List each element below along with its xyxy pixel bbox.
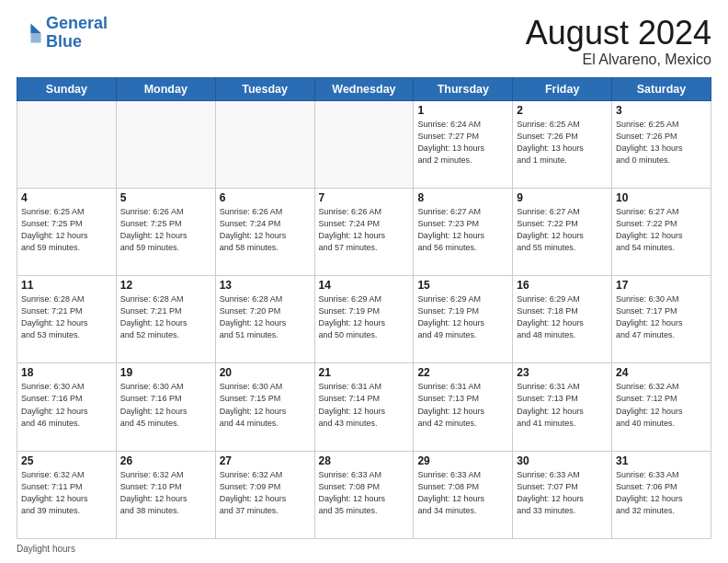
calendar-cell: 29Sunrise: 6:33 AM Sunset: 7:08 PM Dayli… bbox=[414, 451, 513, 538]
day-info: Sunrise: 6:26 AM Sunset: 7:25 PM Dayligh… bbox=[120, 206, 211, 254]
day-number: 11 bbox=[21, 279, 112, 292]
day-number: 10 bbox=[616, 191, 707, 204]
calendar-cell: 2Sunrise: 6:25 AM Sunset: 7:26 PM Daylig… bbox=[513, 100, 612, 188]
calendar-week-row: 11Sunrise: 6:28 AM Sunset: 7:21 PM Dayli… bbox=[17, 276, 711, 363]
day-info: Sunrise: 6:28 AM Sunset: 7:21 PM Dayligh… bbox=[120, 293, 211, 341]
logo: General Blue bbox=[17, 15, 108, 52]
day-info: Sunrise: 6:33 AM Sunset: 7:06 PM Dayligh… bbox=[616, 469, 707, 517]
day-info: Sunrise: 6:24 AM Sunset: 7:27 PM Dayligh… bbox=[417, 119, 508, 167]
day-info: Sunrise: 6:25 AM Sunset: 7:26 PM Dayligh… bbox=[517, 119, 608, 167]
calendar-weekday-sunday: Sunday bbox=[17, 77, 117, 100]
day-number: 2 bbox=[517, 104, 608, 117]
day-info: Sunrise: 6:26 AM Sunset: 7:24 PM Dayligh… bbox=[220, 206, 311, 254]
calendar-cell bbox=[17, 100, 117, 188]
day-number: 6 bbox=[220, 191, 311, 204]
calendar-table: SundayMondayTuesdayWednesdayThursdayFrid… bbox=[17, 77, 711, 539]
day-number: 16 bbox=[517, 279, 608, 292]
svg-marker-1 bbox=[30, 33, 40, 43]
day-info: Sunrise: 6:29 AM Sunset: 7:18 PM Dayligh… bbox=[517, 293, 608, 341]
day-info: Sunrise: 6:33 AM Sunset: 7:08 PM Dayligh… bbox=[319, 469, 410, 517]
calendar-cell: 3Sunrise: 6:25 AM Sunset: 7:26 PM Daylig… bbox=[612, 100, 711, 188]
day-info: Sunrise: 6:33 AM Sunset: 7:08 PM Dayligh… bbox=[417, 469, 508, 517]
calendar-cell: 14Sunrise: 6:29 AM Sunset: 7:19 PM Dayli… bbox=[314, 276, 414, 363]
day-info: Sunrise: 6:31 AM Sunset: 7:13 PM Dayligh… bbox=[517, 381, 608, 429]
calendar-cell: 18Sunrise: 6:30 AM Sunset: 7:16 PM Dayli… bbox=[17, 363, 117, 451]
calendar-cell bbox=[314, 100, 414, 188]
calendar-weekday-monday: Monday bbox=[116, 77, 215, 100]
daylight-hours-label: Daylight hours bbox=[17, 544, 75, 554]
calendar-cell: 26Sunrise: 6:32 AM Sunset: 7:10 PM Dayli… bbox=[116, 451, 215, 538]
day-number: 23 bbox=[517, 366, 608, 379]
calendar-cell: 6Sunrise: 6:26 AM Sunset: 7:24 PM Daylig… bbox=[215, 188, 314, 275]
calendar-cell: 12Sunrise: 6:28 AM Sunset: 7:21 PM Dayli… bbox=[116, 276, 215, 363]
day-info: Sunrise: 6:30 AM Sunset: 7:16 PM Dayligh… bbox=[120, 381, 211, 429]
day-number: 31 bbox=[616, 454, 707, 467]
calendar-cell: 24Sunrise: 6:32 AM Sunset: 7:12 PM Dayli… bbox=[612, 363, 711, 451]
calendar-cell: 4Sunrise: 6:25 AM Sunset: 7:25 PM Daylig… bbox=[17, 188, 117, 275]
day-info: Sunrise: 6:31 AM Sunset: 7:14 PM Dayligh… bbox=[319, 381, 410, 429]
day-info: Sunrise: 6:29 AM Sunset: 7:19 PM Dayligh… bbox=[319, 293, 410, 341]
day-info: Sunrise: 6:25 AM Sunset: 7:25 PM Dayligh… bbox=[21, 206, 112, 254]
calendar-week-row: 4Sunrise: 6:25 AM Sunset: 7:25 PM Daylig… bbox=[17, 188, 711, 275]
calendar-cell: 7Sunrise: 6:26 AM Sunset: 7:24 PM Daylig… bbox=[314, 188, 414, 275]
calendar-cell: 16Sunrise: 6:29 AM Sunset: 7:18 PM Dayli… bbox=[513, 276, 612, 363]
day-number: 24 bbox=[616, 366, 707, 379]
calendar-cell: 15Sunrise: 6:29 AM Sunset: 7:19 PM Dayli… bbox=[414, 276, 513, 363]
calendar-cell: 9Sunrise: 6:27 AM Sunset: 7:22 PM Daylig… bbox=[513, 188, 612, 275]
day-info: Sunrise: 6:32 AM Sunset: 7:10 PM Dayligh… bbox=[120, 469, 211, 517]
day-number: 3 bbox=[616, 104, 707, 117]
day-number: 15 bbox=[417, 279, 508, 292]
day-number: 1 bbox=[417, 104, 508, 117]
day-info: Sunrise: 6:31 AM Sunset: 7:13 PM Dayligh… bbox=[417, 381, 508, 429]
calendar-cell: 8Sunrise: 6:27 AM Sunset: 7:23 PM Daylig… bbox=[414, 188, 513, 275]
day-number: 22 bbox=[417, 366, 508, 379]
day-info: Sunrise: 6:33 AM Sunset: 7:07 PM Dayligh… bbox=[517, 469, 608, 517]
calendar-weekday-tuesday: Tuesday bbox=[215, 77, 314, 100]
day-info: Sunrise: 6:28 AM Sunset: 7:21 PM Dayligh… bbox=[21, 293, 112, 341]
day-number: 26 bbox=[120, 454, 211, 467]
calendar-cell: 25Sunrise: 6:32 AM Sunset: 7:11 PM Dayli… bbox=[17, 451, 117, 538]
calendar-cell: 31Sunrise: 6:33 AM Sunset: 7:06 PM Dayli… bbox=[612, 451, 711, 538]
day-info: Sunrise: 6:29 AM Sunset: 7:19 PM Dayligh… bbox=[417, 293, 508, 341]
day-info: Sunrise: 6:27 AM Sunset: 7:22 PM Dayligh… bbox=[517, 206, 608, 254]
calendar-cell: 1Sunrise: 6:24 AM Sunset: 7:27 PM Daylig… bbox=[414, 100, 513, 188]
day-number: 12 bbox=[120, 279, 211, 292]
day-number: 9 bbox=[517, 191, 608, 204]
logo-icon bbox=[17, 20, 42, 46]
calendar-cell: 30Sunrise: 6:33 AM Sunset: 7:07 PM Dayli… bbox=[513, 451, 612, 538]
day-number: 4 bbox=[21, 191, 112, 204]
day-number: 5 bbox=[120, 191, 211, 204]
calendar-cell: 22Sunrise: 6:31 AM Sunset: 7:13 PM Dayli… bbox=[414, 363, 513, 451]
calendar-cell bbox=[116, 100, 215, 188]
day-number: 30 bbox=[517, 454, 608, 467]
logo-line2: Blue bbox=[46, 32, 82, 51]
day-info: Sunrise: 6:32 AM Sunset: 7:12 PM Dayligh… bbox=[616, 381, 707, 429]
calendar-cell: 10Sunrise: 6:27 AM Sunset: 7:22 PM Dayli… bbox=[612, 188, 711, 275]
day-info: Sunrise: 6:26 AM Sunset: 7:24 PM Dayligh… bbox=[319, 206, 410, 254]
logo-line1: General bbox=[46, 14, 108, 32]
title-block: August 2024 El Alvareno, Mexico bbox=[526, 15, 711, 68]
calendar-cell: 17Sunrise: 6:30 AM Sunset: 7:17 PM Dayli… bbox=[612, 276, 711, 363]
day-number: 25 bbox=[21, 454, 112, 467]
calendar-cell: 19Sunrise: 6:30 AM Sunset: 7:16 PM Dayli… bbox=[116, 363, 215, 451]
calendar-cell: 11Sunrise: 6:28 AM Sunset: 7:21 PM Dayli… bbox=[17, 276, 117, 363]
day-info: Sunrise: 6:28 AM Sunset: 7:20 PM Dayligh… bbox=[220, 293, 311, 341]
calendar-header-row: SundayMondayTuesdayWednesdayThursdayFrid… bbox=[17, 77, 711, 100]
day-info: Sunrise: 6:30 AM Sunset: 7:15 PM Dayligh… bbox=[220, 381, 311, 429]
day-info: Sunrise: 6:27 AM Sunset: 7:23 PM Dayligh… bbox=[417, 206, 508, 254]
logo-text: General Blue bbox=[46, 15, 108, 52]
day-info: Sunrise: 6:25 AM Sunset: 7:26 PM Dayligh… bbox=[616, 119, 707, 167]
calendar-cell: 13Sunrise: 6:28 AM Sunset: 7:20 PM Dayli… bbox=[215, 276, 314, 363]
svg-marker-0 bbox=[30, 23, 40, 33]
day-number: 13 bbox=[220, 279, 311, 292]
day-number: 21 bbox=[319, 366, 410, 379]
day-number: 17 bbox=[616, 279, 707, 292]
page: General Blue August 2024 El Alvareno, Me… bbox=[0, 0, 728, 563]
calendar-cell bbox=[215, 100, 314, 188]
calendar-cell: 23Sunrise: 6:31 AM Sunset: 7:13 PM Dayli… bbox=[513, 363, 612, 451]
day-number: 27 bbox=[220, 454, 311, 467]
day-number: 14 bbox=[319, 279, 410, 292]
main-title: August 2024 bbox=[526, 15, 711, 52]
calendar-cell: 28Sunrise: 6:33 AM Sunset: 7:08 PM Dayli… bbox=[314, 451, 414, 538]
calendar-cell: 27Sunrise: 6:32 AM Sunset: 7:09 PM Dayli… bbox=[215, 451, 314, 538]
